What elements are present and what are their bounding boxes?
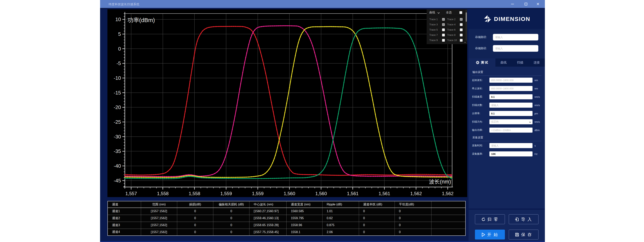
trace-marker — [328, 26, 330, 27]
legend-trace-8[interactable]: Trace 8 — [447, 33, 464, 37]
tab-3[interactable]: 扫描 — [512, 58, 528, 67]
trace-marker — [351, 43, 352, 44]
trace-marker — [320, 174, 322, 175]
trace-marker — [297, 177, 298, 178]
field-input[interactable] — [490, 143, 532, 148]
storage-path-input-2[interactable] — [493, 45, 538, 52]
trace-marker — [334, 175, 334, 176]
maximize-button[interactable] — [520, 0, 531, 8]
trace-marker — [274, 116, 274, 117]
trace-marker — [168, 177, 169, 178]
table-cell: 0 — [359, 208, 394, 215]
close-button[interactable]: ✕ — [532, 0, 543, 8]
trace-marker — [429, 117, 430, 118]
trace-marker — [430, 177, 431, 178]
legend-trace-checkbox[interactable]: ✓ — [442, 18, 445, 21]
zero-button[interactable]: 归 零 — [475, 214, 505, 224]
trace-marker — [418, 60, 419, 61]
legend-scroll-thumb[interactable] — [466, 12, 467, 22]
field-input[interactable] — [490, 94, 532, 99]
trace-marker — [336, 154, 337, 155]
legend-trace-checkbox[interactable] — [442, 29, 445, 31]
trace-marker — [195, 48, 196, 49]
legend-trace-checkbox[interactable] — [460, 23, 462, 26]
legend-trace-7[interactable]: Trace 7 — [429, 33, 446, 37]
legend-trace-3[interactable]: Trace 3✓ — [429, 22, 446, 27]
trace-marker — [152, 177, 153, 178]
table-cell: [1557,1562] — [141, 222, 177, 229]
legend-trace-2[interactable]: Trace 2✓ — [447, 17, 464, 22]
select-all-checkbox[interactable] — [460, 11, 462, 14]
trace-marker — [160, 178, 161, 179]
minimize-button[interactable] — [507, 0, 518, 8]
legend-trace-checkbox[interactable]: ✓ — [442, 23, 445, 26]
scan-direction-select[interactable]: 仅正向 — [490, 119, 532, 124]
trace-marker — [156, 177, 157, 178]
trace-marker — [141, 177, 142, 178]
legend-trace-4[interactable]: Trace 4 — [447, 22, 464, 27]
legend-trace-checkbox[interactable]: ✓ — [460, 18, 462, 21]
trace-marker — [257, 42, 258, 43]
tab-1[interactable]: 测 试 — [468, 58, 496, 67]
trace-marker — [136, 178, 138, 179]
trace-marker — [303, 31, 304, 32]
trace-marker — [270, 178, 271, 179]
tab-2[interactable]: 曲线 — [496, 58, 512, 67]
trace-marker — [232, 178, 233, 179]
trace-marker — [243, 67, 244, 68]
legend-trace-checkbox[interactable] — [460, 39, 462, 42]
trace-marker — [222, 178, 222, 179]
trace-marker — [148, 178, 148, 179]
field-input[interactable] — [490, 151, 532, 156]
legend-trace-6[interactable]: Trace 6 — [447, 28, 464, 32]
import-button[interactable]: 导 入 — [509, 214, 539, 224]
trace-marker — [324, 167, 326, 168]
trace-marker — [330, 175, 330, 176]
trace-marker — [426, 98, 427, 99]
field-input[interactable] — [490, 111, 532, 116]
legend-trace-10[interactable]: Trace 10 — [447, 38, 464, 42]
field-label: 采集频率: — [472, 152, 490, 156]
trace-marker — [430, 174, 431, 175]
start-button[interactable]: 开 始 — [475, 230, 505, 239]
trace-marker — [199, 177, 200, 178]
trace-marker — [359, 174, 360, 175]
trace-marker — [274, 178, 275, 179]
table-cell: 0 — [213, 229, 249, 235]
trace-line-2 — [125, 26, 452, 177]
legend-trace-checkbox[interactable] — [460, 29, 462, 31]
legend-scroll-down-icon[interactable] — [464, 40, 466, 44]
field-unit: nm/s — [532, 120, 542, 123]
trace-marker — [353, 175, 354, 176]
trace-marker — [410, 37, 411, 38]
field-input[interactable] — [490, 86, 532, 91]
field-input[interactable] — [490, 128, 532, 133]
legend-trace-5[interactable]: Trace 5 — [429, 28, 446, 32]
trace-marker — [383, 176, 384, 177]
chevron-down-icon[interactable] — [438, 12, 440, 14]
trace-marker — [383, 151, 384, 152]
save-button[interactable]: 保 存 — [509, 230, 539, 239]
y-tick-label: -30 — [114, 134, 121, 140]
field-row-输出设置-3: 扫描速度:nm/s — [472, 94, 542, 99]
trace-marker — [317, 26, 318, 27]
field-input[interactable] — [490, 103, 532, 108]
trace-marker — [286, 164, 287, 165]
legend-scrollbar[interactable] — [466, 10, 467, 41]
y-tick-label: -25 — [114, 119, 121, 125]
trace-marker — [368, 80, 369, 81]
legend-trace-1[interactable]: Trace 1✓ — [429, 17, 446, 22]
table-header-5: 中心波长 (nm) — [249, 201, 286, 208]
trace-marker — [246, 178, 246, 179]
storage-path-input-1[interactable] — [493, 34, 538, 41]
legend-trace-checkbox[interactable] — [460, 34, 462, 36]
trace-marker — [422, 78, 423, 79]
legend-trace-checkbox[interactable] — [442, 39, 445, 42]
trace-marker — [378, 128, 378, 128]
field-input[interactable] — [490, 78, 532, 83]
tab-4[interactable]: 连接 — [528, 58, 545, 67]
legend-trace-checkbox[interactable] — [442, 34, 445, 36]
trace-marker — [308, 174, 310, 175]
trace-marker — [287, 166, 288, 167]
legend-trace-9[interactable]: Trace 9 — [429, 38, 446, 42]
